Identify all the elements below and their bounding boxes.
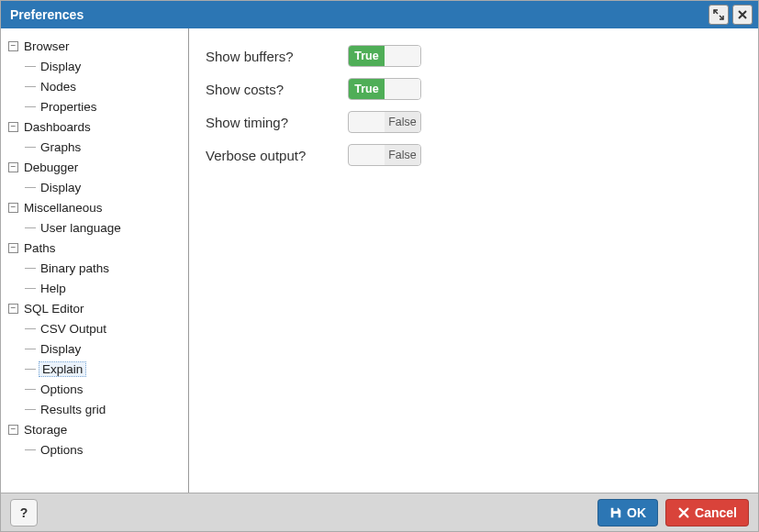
collapse-icon[interactable]: −: [8, 243, 18, 253]
close-button[interactable]: [732, 5, 753, 25]
setting-show-buffers: Show buffers? True False: [206, 39, 742, 72]
tree-node-sql-editor[interactable]: − SQL Editor: [8, 298, 184, 318]
collapse-icon[interactable]: −: [8, 122, 18, 132]
tree-node-storage[interactable]: − Storage: [8, 419, 184, 439]
tree-node-misc-user-language[interactable]: User language: [25, 217, 184, 238]
tree-node-paths[interactable]: − Paths: [8, 238, 184, 258]
setting-label: Show costs?: [206, 82, 348, 97]
toggle-show-buffers[interactable]: True False: [348, 45, 421, 67]
collapse-icon[interactable]: −: [8, 425, 18, 435]
help-button[interactable]: ?: [10, 499, 38, 526]
tree-node-debugger-display[interactable]: Display: [25, 177, 184, 197]
tree-node-sql-explain[interactable]: Explain: [25, 359, 184, 379]
tree-node-browser-nodes[interactable]: Nodes: [25, 76, 184, 96]
collapse-icon[interactable]: −: [8, 304, 18, 314]
preferences-dialog: Preferences − Browser Display No: [0, 0, 759, 532]
tree-node-dashboards-graphs[interactable]: Graphs: [25, 137, 184, 157]
tree-node-paths-binary[interactable]: Binary paths: [25, 258, 184, 278]
save-icon: [609, 506, 622, 519]
tree-node-sql-display[interactable]: Display: [25, 338, 184, 359]
tree-node-sql-csv-output[interactable]: CSV Output: [25, 318, 184, 338]
setting-show-costs: Show costs? True False: [206, 72, 742, 105]
tree-node-sql-results-grid[interactable]: Results grid: [25, 399, 184, 419]
setting-verbose-output: Verbose output? True False: [206, 139, 742, 172]
close-icon: [737, 9, 748, 20]
setting-label: Show buffers?: [206, 49, 348, 64]
tree-node-dashboards[interactable]: − Dashboards: [8, 116, 184, 137]
tree-node-miscellaneous[interactable]: − Miscellaneous: [8, 197, 184, 217]
maximize-button[interactable]: [709, 5, 729, 25]
dialog-body: − Browser Display Nodes Properties − Das…: [1, 28, 758, 493]
toggle-show-costs[interactable]: True False: [348, 78, 421, 100]
tree-node-browser-properties[interactable]: Properties: [25, 96, 184, 116]
tree-node-browser-display[interactable]: Display: [25, 56, 184, 76]
tree-node-debugger[interactable]: − Debugger: [8, 157, 184, 177]
help-icon: ?: [20, 505, 28, 520]
window-title: Preferences: [10, 7, 705, 22]
toggle-show-timing[interactable]: True False: [348, 111, 421, 133]
setting-label: Verbose output?: [206, 148, 348, 163]
collapse-icon[interactable]: −: [8, 203, 18, 213]
preferences-tree: − Browser Display Nodes Properties − Das…: [1, 28, 189, 493]
tree-node-sql-options[interactable]: Options: [25, 379, 184, 399]
setting-show-timing: Show timing? True False: [206, 105, 742, 139]
expand-icon: [713, 9, 724, 20]
toggle-verbose-output[interactable]: True False: [348, 144, 421, 166]
dialog-footer: ? OK Cancel: [1, 493, 758, 531]
collapse-icon[interactable]: −: [8, 41, 18, 51]
collapse-icon[interactable]: −: [8, 162, 18, 172]
close-icon: [677, 506, 690, 519]
cancel-button[interactable]: Cancel: [665, 499, 749, 526]
ok-button[interactable]: OK: [597, 499, 658, 526]
titlebar: Preferences: [1, 1, 758, 28]
tree-node-storage-options[interactable]: Options: [25, 439, 184, 460]
setting-label: Show timing?: [206, 115, 348, 130]
settings-panel: Show buffers? True False Show costs? Tru…: [189, 28, 758, 493]
tree-node-paths-help[interactable]: Help: [25, 278, 184, 298]
tree-node-browser[interactable]: − Browser: [8, 36, 184, 56]
